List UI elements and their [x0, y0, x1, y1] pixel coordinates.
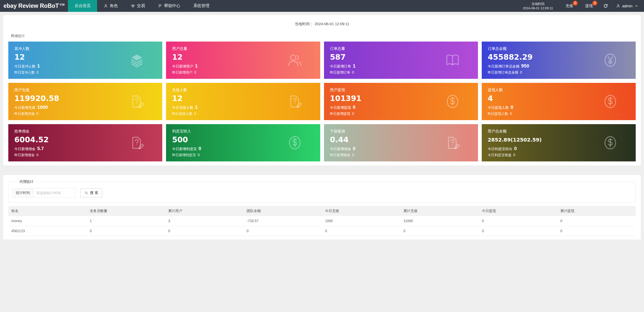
table-cell: 0 [557, 216, 636, 226]
app-logo-text: ebay Review RoBoT [4, 3, 59, 9]
stats-panel: 当地时间： 2024-06-01 12:09:11 商城统计 首冲人数 12 今… [3, 15, 641, 165]
stats-grid: 首冲人数 12 今日首冲人数1 昨日首冲人数0 用户总量 12 今日新增用户1 … [8, 42, 636, 161]
column-header: 累计充值 [400, 206, 479, 216]
refresh-icon [603, 4, 608, 8]
file-edit-icon [287, 94, 303, 109]
agent-stats-panel: 代理统计 统计时间 搜 索 姓名业务员数量累计用户团队余额今日充值累计充值今日提… [3, 175, 641, 239]
user-icon [104, 4, 108, 8]
layers-icon [129, 52, 145, 68]
app-logo-version: V18 [60, 3, 65, 6]
stat-card: 下级返佣 0.44 今日新增佣金0 昨日新增佣金0 [324, 124, 478, 161]
stat-card: 用户提现 101391 今日新增提现0 昨日新增提现0 [324, 83, 478, 120]
nav-item-dashboard[interactable]: 后台首页 [68, 0, 97, 12]
navbar-local-time: 当地时间 2024-06-01 12:09:11 [516, 2, 559, 10]
stat-card-yesterday-line: 昨日新增订单总金额0 [488, 70, 636, 76]
recharge-menu-item[interactable]: 充值 0 [559, 0, 579, 12]
withdraw-badge: 0 [592, 1, 597, 6]
stat-card-title: 订单总金额 [488, 46, 636, 51]
table-row: money13-733.5710001100000 [8, 216, 636, 226]
stat-card-yesterday-line: 昨日新增佣金0 [330, 153, 478, 158]
user-menu[interactable]: admin [613, 4, 644, 8]
nav-item-trade[interactable]: 交易 [124, 0, 151, 12]
file-edit-icon [445, 135, 460, 151]
stat-card-title: 首冲人数 [14, 46, 162, 51]
table-cell: 0 [400, 226, 479, 236]
table-cell: 0 [87, 226, 165, 236]
stat-card-title: 订单总量 [330, 46, 478, 51]
table-cell: 0 [165, 226, 244, 236]
stat-card: 提现人数 4 今日提现人数0 昨日提现人数0 [482, 83, 636, 120]
section-title-mall-stats: 商城统计 [11, 34, 636, 39]
stat-card-title: 用户充值 [14, 88, 162, 92]
table-cell: 0 [479, 226, 557, 236]
stat-card-title: 抢单佣金 [14, 129, 162, 134]
agent-filter-row: 统计时间 搜 索 [12, 188, 632, 198]
stat-card: 利息宝转入 500 今日新增利息宝0 昨日新增利息宝0 [166, 124, 320, 161]
stat-card-yesterday-line: 昨日新增佣金0 [14, 153, 162, 158]
table-cell: -733.57 [244, 216, 322, 226]
nav-item-roles[interactable]: 角色 [97, 0, 124, 12]
column-header: 今日充值 [322, 206, 400, 216]
column-header: 姓名 [8, 206, 87, 216]
stat-card-yesterday-line: 昨日新增充值0 [14, 112, 162, 117]
table-cell: money [8, 216, 87, 226]
refresh-button[interactable] [599, 4, 613, 8]
stat-card: 订单总金额 455882.29 今日新增订单总金额950 昨日新增订单总金额0 [482, 42, 636, 79]
table-cell: 3 [165, 216, 244, 226]
stat-card: 抢单佣金 6004.52 今日新增佣金5.7 昨日新增佣金0 [8, 124, 162, 161]
search-button[interactable]: 搜 索 [80, 188, 102, 197]
table-header-row: 姓名业务员数量累计用户团队余额今日充值累计充值今日提现累计提现 [8, 206, 636, 216]
stat-card: 用户总量 12 今日新增用户1 昨日新增用户0 [166, 42, 320, 79]
stat-card: 用户充值 119920.58 今日新增充值1000 昨日新增充值0 [8, 83, 162, 120]
dollar-circle-icon [602, 94, 618, 109]
stat-card-title: 提现人数 [488, 88, 636, 92]
navbar-right: 当地时间 2024-06-01 12:09:11 充值 0 提现 0 admin [516, 0, 644, 12]
table-cell: 0 [479, 216, 557, 226]
stat-card-yesterday-line: 昨日首冲人数0 [14, 70, 162, 76]
username: admin [622, 4, 632, 8]
top-navbar: ebay Review RoBoTV18 后台首页 角色 交易 帮助中心 系统管… [0, 0, 644, 12]
app-logo: ebay Review RoBoTV18 [0, 0, 68, 12]
flag-icon [158, 4, 162, 8]
chevron-up-icon [634, 4, 638, 8]
stat-card-title: 利息宝转入 [172, 129, 320, 134]
table-cell: 1 [87, 216, 165, 226]
stat-card-yesterday-line: 昨日提现人数0 [488, 112, 636, 117]
dollar-circle-icon [287, 135, 303, 151]
table-cell: 1000 [322, 216, 400, 226]
dollar-circle-icon [602, 135, 618, 151]
time-line-label: 当地时间： [295, 22, 313, 26]
stat-card-title: 充值人数 [172, 88, 320, 92]
scales-icon [131, 4, 135, 8]
time-line-value: 2024-06-01 12:09:11 [315, 22, 349, 26]
table-cell: 4561123 [8, 226, 87, 236]
column-header: 累计用户 [165, 206, 244, 216]
nav-item-system[interactable]: 系统管理 [187, 0, 216, 12]
local-time-label: 当地时间 [523, 2, 553, 6]
column-header: 累计提现 [557, 206, 636, 216]
stat-card-title: 用户总量 [172, 46, 320, 51]
withdraw-menu-item[interactable]: 提现 0 [579, 0, 599, 12]
agent-stats-fieldset: 代理统计 统计时间 搜 索 [8, 180, 636, 202]
column-header: 今日提现 [479, 206, 557, 216]
dollar-circle-icon [445, 94, 460, 109]
stat-card-yesterday-line: 昨日充值人数0 [172, 112, 320, 117]
stat-time-group: 统计时间 [12, 188, 76, 198]
stat-time-input[interactable] [33, 188, 76, 198]
user-icon [616, 4, 620, 8]
stat-card: 用户总余额 2852.89(12502.59) 今日利息宝转出0 今日利息宝收益… [482, 124, 636, 161]
stat-card-title: 用户提现 [330, 88, 478, 92]
agent-stats-legend: 代理统计 [17, 180, 36, 184]
stat-card-title: 用户总余额 [488, 129, 636, 134]
stat-card-title: 下级返佣 [330, 129, 478, 134]
stat-card: 订单总量 587 今日新增订单1 昨日新增订单0 [324, 42, 478, 79]
column-header: 团队余额 [244, 206, 322, 216]
table-cell: 11000 [400, 216, 479, 226]
stat-card-yesterday-line: 昨日新增提现0 [330, 112, 478, 117]
table-cell: 0 [322, 226, 400, 236]
users-icon [287, 52, 303, 68]
stat-card-yesterday-line: 昨日新增用户0 [172, 70, 320, 76]
main-menu: 后台首页 角色 交易 帮助中心 系统管理 [68, 0, 216, 12]
stat-card: 首冲人数 12 今日首冲人数1 昨日首冲人数0 [8, 42, 162, 79]
nav-item-help-center[interactable]: 帮助中心 [151, 0, 187, 12]
